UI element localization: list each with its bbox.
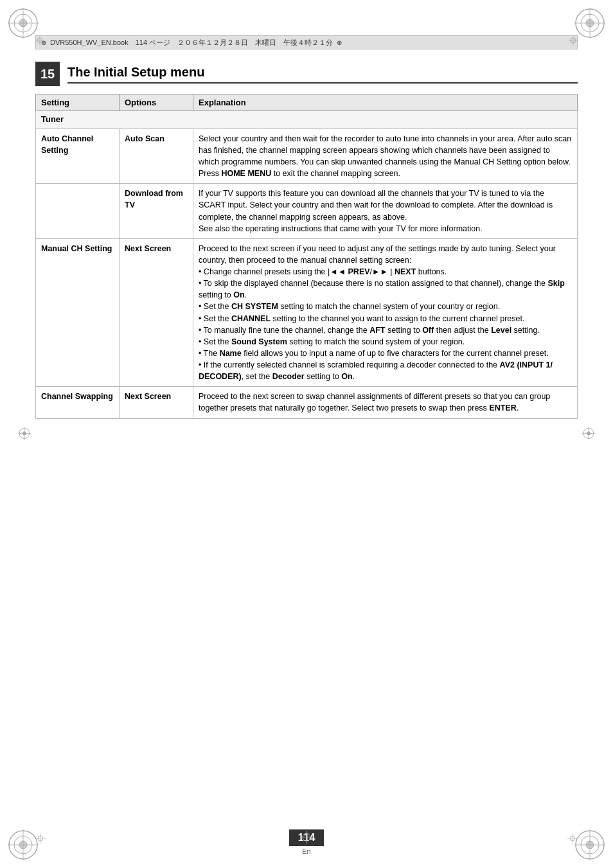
page-title-row: 15 The Initial Setup menu: [35, 62, 578, 86]
main-content: 15 The Initial Setup menu Setting Option…: [35, 57, 578, 817]
explanation-manual-ch: Proceed to the next screen if you need t…: [193, 238, 578, 387]
section-tuner: Tuner: [36, 111, 578, 129]
table-row: Download from TV If your TV supports thi…: [36, 184, 578, 239]
page-lang: En: [289, 847, 324, 855]
setting-manual-ch: Manual CH Setting: [36, 238, 120, 387]
option-manual-next: Next Screen: [120, 238, 193, 387]
table-row: Auto Channel Setting Auto Scan Select yo…: [36, 128, 578, 184]
option-auto-scan: Auto Scan: [120, 128, 193, 184]
reg-mark-right: [582, 427, 595, 441]
corner-decoration-tl: [8, 8, 39, 39]
corner-decoration-bl: [8, 829, 39, 860]
col-header-options: Options: [120, 94, 193, 111]
corner-decoration-br: [574, 829, 605, 860]
chapter-number: 15: [35, 62, 60, 86]
settings-table: Setting Options Explanation Tuner Auto C…: [35, 94, 578, 419]
col-header-explanation: Explanation: [193, 94, 578, 111]
explanation-channel-swapping: Proceed to the next screen to swap chann…: [193, 387, 578, 418]
option-swapping-next: Next Screen: [120, 387, 193, 418]
bottom-left-crosshair: [35, 833, 46, 846]
reg-mark-left: [18, 427, 31, 441]
page-title: The Initial Setup menu: [67, 65, 578, 84]
bottom-right-crosshair: [567, 833, 578, 846]
col-header-setting: Setting: [36, 94, 120, 111]
option-download-tv: Download from TV: [120, 184, 193, 239]
header-bar: ⊕ DVR550H_WV_EN.book 114 ページ ２０６年１２月２８日 …: [35, 35, 578, 49]
top-right-crosshair: [569, 36, 578, 47]
bottom-center-crosshair: [300, 831, 313, 846]
setting-empty-1: [36, 184, 120, 239]
corner-decoration-tr: [574, 8, 605, 39]
top-left-crosshair: [35, 36, 44, 47]
table-row: Manual CH Setting Next Screen Proceed to…: [36, 238, 578, 387]
setting-channel-swapping: Channel Swapping: [36, 387, 120, 418]
explanation-auto-scan: Select your country and then wait for th…: [193, 128, 578, 184]
file-info: DVR550H_WV_EN.book 114 ページ ２０６年１２月２８日 木曜…: [50, 38, 333, 48]
setting-auto-channel: Auto Channel Setting: [36, 128, 120, 184]
table-row: Channel Swapping Next Screen Proceed to …: [36, 387, 578, 418]
explanation-download-tv: If your TV supports this feature you can…: [193, 184, 578, 239]
